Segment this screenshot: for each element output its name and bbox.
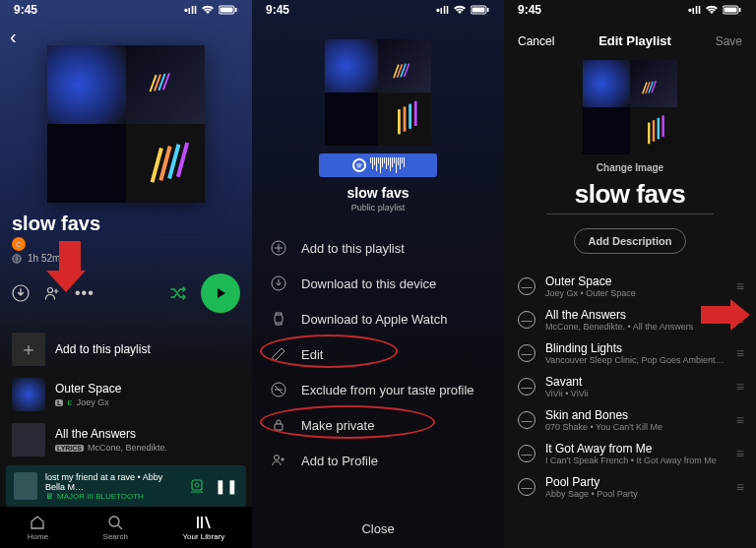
playlist-name-input[interactable]: slow favs [504, 179, 756, 210]
code-bars-icon [370, 157, 405, 173]
option-make-private[interactable]: Make private [252, 407, 504, 443]
svg-rect-1 [220, 8, 233, 13]
wifi-icon [705, 5, 719, 15]
playlist-title: slow favs [12, 213, 252, 235]
now-playing-bar[interactable]: lost my friend at a rave • Abby Bella M…… [6, 465, 246, 507]
battery-icon [471, 5, 490, 15]
drag-handle-icon[interactable]: ≡ [736, 379, 742, 395]
song-title: Blinding Lights [545, 341, 726, 355]
change-image-button[interactable]: Change Image [504, 162, 756, 173]
close-button[interactable]: Close [252, 521, 504, 536]
edit-song-row[interactable]: —Pool PartyAbby Sage • Pool Party≡ [504, 470, 756, 504]
drag-handle-icon[interactable]: ≡ [736, 479, 742, 495]
edit-song-row[interactable]: —Blinding LightsVancouver Sleep Clinic, … [504, 336, 756, 370]
song-row[interactable]: All the Answers LYRICSMcCone, Benedikte. [0, 417, 252, 462]
song-thumb [12, 378, 45, 411]
header-title: Edit Playlist [598, 33, 671, 48]
edit-song-row[interactable]: —SavantViVii • ViVii≡ [504, 370, 756, 403]
song-subtitle: Joey Gx • Outer Space [545, 288, 726, 298]
song-row[interactable]: Outer Space LEJoey Gx [0, 372, 252, 417]
song-subtitle: Abby Sage • Pool Party [545, 489, 726, 499]
bluetooth-icon: 🖥 [45, 492, 53, 501]
option-download-watch[interactable]: Download to Apple Watch [252, 301, 504, 336]
nav-library[interactable]: Your Library [182, 514, 224, 541]
drag-handle-icon[interactable]: ≡ [736, 446, 742, 461]
option-edit[interactable]: Edit [252, 336, 504, 372]
song-title: All the Answers [545, 308, 726, 322]
annotation-arrow [701, 300, 754, 330]
status-bar: 9:45 •ıll [252, 0, 504, 20]
option-add-to-profile[interactable]: Add to Profile [252, 443, 504, 478]
remove-icon[interactable]: — [518, 378, 536, 396]
playlist-title: slow favs [252, 185, 504, 201]
lyrics-badge: LYRICS [55, 445, 84, 452]
cancel-button[interactable]: Cancel [518, 34, 554, 48]
svg-point-6 [195, 483, 199, 487]
remove-icon[interactable]: — [518, 411, 536, 429]
remove-icon[interactable]: — [518, 445, 536, 462]
svg-point-17 [275, 456, 280, 460]
battery-icon [723, 5, 742, 15]
option-add-to-playlist[interactable]: Add to this playlist [252, 230, 504, 266]
remove-icon[interactable]: — [518, 277, 536, 295]
status-time: 9:45 [266, 3, 289, 17]
song-title: Outer Space [545, 274, 726, 288]
remove-icon[interactable]: — [518, 344, 536, 362]
wifi-icon [453, 5, 467, 15]
spotify-code[interactable] [319, 153, 437, 177]
playlist-cover [325, 39, 431, 146]
svg-rect-10 [487, 8, 489, 12]
edit-song-row[interactable]: —Outer SpaceJoey Gx • Outer Space≡ [504, 270, 756, 303]
signal-icon: •ıll [688, 4, 701, 16]
playlist-cover[interactable] [47, 45, 205, 203]
minus-circle-icon [270, 382, 287, 397]
playlist-subtitle: Public playlist [252, 203, 504, 213]
svg-rect-16 [275, 424, 283, 430]
playlist-options-screen: 9:45 •ıll slow favs Public playlist Add … [252, 0, 504, 548]
remove-icon[interactable]: — [518, 478, 536, 496]
battery-icon [219, 5, 238, 15]
nav-search[interactable]: Search [103, 514, 128, 541]
edit-song-row[interactable]: —Skin and Bones070 Shake • You Can't Kil… [504, 403, 756, 437]
annotation-arrow [55, 241, 85, 290]
plus-icon: ＋ [12, 333, 45, 366]
pencil-icon [270, 346, 287, 362]
song-subtitle: 070 Shake • You Can't Kill Me [545, 422, 726, 432]
person-plus-icon [270, 453, 287, 468]
download-icon[interactable] [12, 284, 30, 302]
nav-home[interactable]: Home [28, 514, 48, 541]
back-button[interactable]: ‹ [10, 26, 17, 48]
save-button[interactable]: Save [716, 34, 742, 48]
add-label: Add to this playlist [55, 342, 151, 356]
drag-handle-icon[interactable]: ≡ [736, 278, 742, 294]
devices-icon[interactable] [189, 478, 205, 494]
option-download-device[interactable]: Download to this device [252, 266, 504, 301]
edit-header: Cancel Edit Playlist Save [504, 20, 756, 48]
library-icon [195, 514, 213, 531]
drag-handle-icon[interactable]: ≡ [736, 345, 742, 361]
song-title: All the Answers [55, 427, 167, 441]
home-icon [29, 514, 46, 531]
option-exclude-taste[interactable]: Exclude from your taste profile [252, 372, 504, 407]
song-title: Outer Space [55, 382, 121, 396]
edit-song-row[interactable]: —It Got Away from MeI Can't Speak French… [504, 437, 756, 470]
add-description-button[interactable]: Add Description [574, 228, 687, 254]
bottom-nav: Home Search Your Library [0, 507, 252, 548]
song-subtitle: ViVii • ViVii [545, 389, 726, 398]
remove-icon[interactable]: — [518, 311, 536, 329]
play-button[interactable] [201, 274, 240, 313]
wifi-icon [201, 5, 215, 15]
shuffle-icon[interactable] [169, 284, 187, 302]
now-playing-thumb [14, 472, 37, 500]
pause-button[interactable]: ❚❚ [215, 478, 238, 494]
song-artist: Joey Gx [77, 397, 109, 407]
drag-handle-icon[interactable]: ≡ [736, 412, 742, 428]
svg-rect-19 [724, 8, 737, 13]
creator-avatar[interactable]: C [12, 237, 26, 251]
lock-icon [270, 417, 287, 433]
add-to-playlist-row[interactable]: ＋ Add to this playlist [0, 327, 252, 372]
plus-circle-icon [270, 240, 287, 256]
svg-rect-14 [275, 315, 283, 323]
status-icons: •ıll [184, 4, 238, 16]
playlist-cover[interactable] [583, 60, 677, 154]
